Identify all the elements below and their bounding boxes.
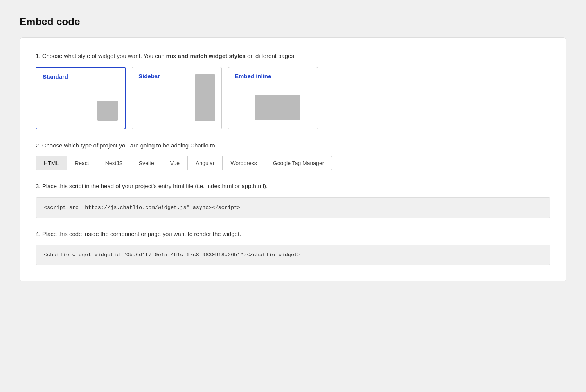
widget-option-standard-label: Standard xyxy=(43,73,119,80)
project-type-tabs: HTML React NextJS Svelte Vue Angular Wor… xyxy=(36,156,332,170)
step-4-code: <chatlio-widget widgetid="0ba6d1f7-0ef5-… xyxy=(36,245,550,265)
tab-wordpress[interactable]: Wordpress xyxy=(223,156,265,170)
widget-option-standard[interactable]: Standard xyxy=(36,67,126,129)
tab-vue[interactable]: Vue xyxy=(162,156,188,170)
step-1-label-suffix: on different pages. xyxy=(246,52,296,59)
widget-option-embed-inline[interactable]: Embed inline xyxy=(228,67,318,129)
tab-angular[interactable]: Angular xyxy=(188,156,223,170)
widget-inline-placeholder xyxy=(255,95,300,120)
tab-nextjs[interactable]: NextJS xyxy=(97,156,131,170)
step-4: 4. Place this code inside the component … xyxy=(36,230,550,266)
embed-code-card: 1. Choose what style of widget you want.… xyxy=(20,37,566,281)
widget-options: Standard Sidebar Embed inline xyxy=(36,67,550,129)
step-1: 1. Choose what style of widget you want.… xyxy=(36,52,550,129)
step-2: 2. Choose which type of project you are … xyxy=(36,141,550,171)
tab-google-tag-manager[interactable]: Google Tag Manager xyxy=(265,156,332,170)
page-title: Embed code xyxy=(20,16,566,28)
step-3: 3. Place this script in the head of your… xyxy=(36,182,550,218)
step-3-label: 3. Place this script in the head of your… xyxy=(36,182,550,191)
tab-svelte[interactable]: Svelte xyxy=(131,156,162,170)
widget-option-sidebar[interactable]: Sidebar xyxy=(132,67,222,129)
step-1-label: 1. Choose what style of widget you want.… xyxy=(36,52,550,61)
step-4-label: 4. Place this code inside the component … xyxy=(36,230,550,239)
step-2-label: 2. Choose which type of project you are … xyxy=(36,141,550,150)
widget-standard-placeholder xyxy=(97,101,118,121)
widget-sidebar-placeholder xyxy=(195,74,215,121)
widget-option-embed-inline-label: Embed inline xyxy=(235,73,311,79)
step-3-code: <script src="https://js.chatlio.com/widg… xyxy=(36,197,550,218)
step-1-label-bold: mix and match widget styles xyxy=(166,52,246,59)
step-1-label-prefix: 1. Choose what style of widget you want.… xyxy=(36,52,166,59)
tab-react[interactable]: React xyxy=(67,156,97,170)
tab-html[interactable]: HTML xyxy=(36,156,67,170)
